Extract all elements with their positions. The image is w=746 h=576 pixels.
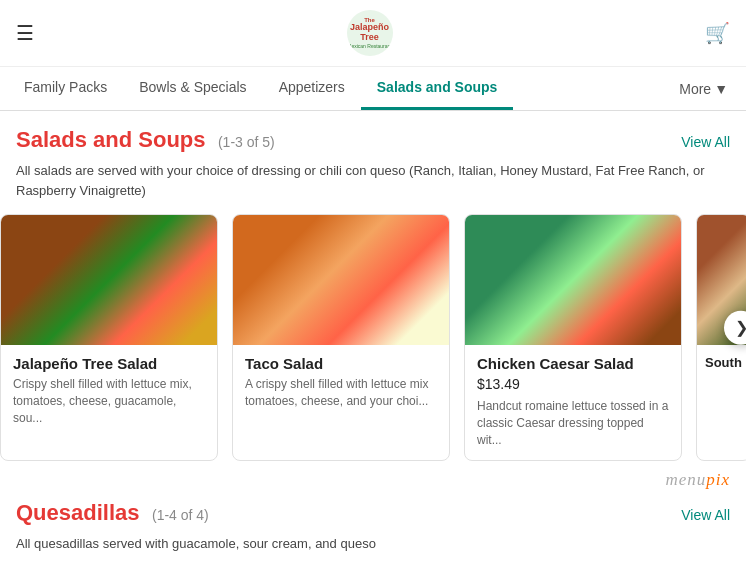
section-title-group: Salads and Soups (1-3 of 5) xyxy=(16,127,275,153)
card-taco-salad[interactable]: Taco Salad A crispy shell filled with le… xyxy=(232,214,450,461)
quesadillas-header: Quesadillas (1-4 of 4) View All xyxy=(16,500,730,526)
section-count: (1-3 of 5) xyxy=(218,134,275,150)
chevron-down-icon: ▼ xyxy=(714,81,728,97)
card-body-2: Taco Salad A crispy shell filled with le… xyxy=(233,345,449,422)
card-image-1 xyxy=(1,215,217,345)
more-menu[interactable]: More ▼ xyxy=(669,69,738,109)
quesadillas-cards xyxy=(0,568,746,576)
quesadillas-section: Quesadillas (1-4 of 4) View All All ques… xyxy=(0,490,746,554)
section-header: Salads and Soups (1-3 of 5) View All xyxy=(16,127,730,153)
card-title-4-partial: South... xyxy=(705,355,742,370)
cards-scroll-container: Jalapeño Tree Salad Crispy shell filled … xyxy=(0,214,746,461)
card-image-2 xyxy=(233,215,449,345)
app-logo: The Jalapeño Tree Mexican Restaurant xyxy=(347,10,393,56)
logo-circle: The Jalapeño Tree Mexican Restaurant xyxy=(347,10,393,56)
view-all-salads[interactable]: View All xyxy=(681,134,730,150)
app-header: ☰ The Jalapeño Tree Mexican Restaurant 🛒 xyxy=(0,0,746,67)
card-desc-3: Handcut romaine lettuce tossed in a clas… xyxy=(477,398,669,448)
card-jalapeno-salad[interactable]: Jalapeño Tree Salad Crispy shell filled … xyxy=(0,214,218,461)
card-title-1: Jalapeño Tree Salad xyxy=(13,355,205,372)
card-body-4-partial: South... xyxy=(697,345,746,380)
card-caesar-salad[interactable]: Chicken Caesar Salad $13.49 Handcut roma… xyxy=(464,214,682,461)
section-description: All salads are served with your choice o… xyxy=(16,161,730,200)
card-desc-1: Crispy shell filled with lettuce mix, to… xyxy=(13,376,205,426)
tab-appetizers[interactable]: Appetizers xyxy=(263,67,361,110)
section-title: Salads and Soups xyxy=(16,127,206,152)
more-label: More xyxy=(679,81,711,97)
quesadillas-title: Quesadillas xyxy=(16,500,140,525)
tab-bowls-specials[interactable]: Bowls & Specials xyxy=(123,67,262,110)
tab-salads-soups[interactable]: Salads and Soups xyxy=(361,67,514,110)
card-image-3 xyxy=(465,215,681,345)
tab-family-packs[interactable]: Family Packs xyxy=(8,67,123,110)
cards-carousel: Jalapeño Tree Salad Crispy shell filled … xyxy=(0,214,746,461)
card-title-3: Chicken Caesar Salad xyxy=(477,355,669,372)
card-price-3: $13.49 xyxy=(477,376,669,392)
quesadillas-count: (1-4 of 4) xyxy=(152,507,209,523)
salads-section: Salads and Soups (1-3 of 5) View All All… xyxy=(0,111,746,200)
card-desc-2: A crispy shell filled with lettuce mix t… xyxy=(245,376,437,410)
card-body-1: Jalapeño Tree Salad Crispy shell filled … xyxy=(1,345,217,438)
card-title-2: Taco Salad xyxy=(245,355,437,372)
quesadillas-title-group: Quesadillas (1-4 of 4) xyxy=(16,500,209,526)
view-all-quesadillas[interactable]: View All xyxy=(681,507,730,523)
menu-icon[interactable]: ☰ xyxy=(16,21,34,45)
menupix-branding: menupix xyxy=(0,461,746,490)
card-body-3: Chicken Caesar Salad $13.49 Handcut roma… xyxy=(465,345,681,460)
nav-tabs: Family Packs Bowls & Specials Appetizers… xyxy=(0,67,746,111)
quesadillas-description: All quesadillas served with guacamole, s… xyxy=(16,534,730,554)
cart-icon[interactable]: 🛒 xyxy=(705,21,730,45)
